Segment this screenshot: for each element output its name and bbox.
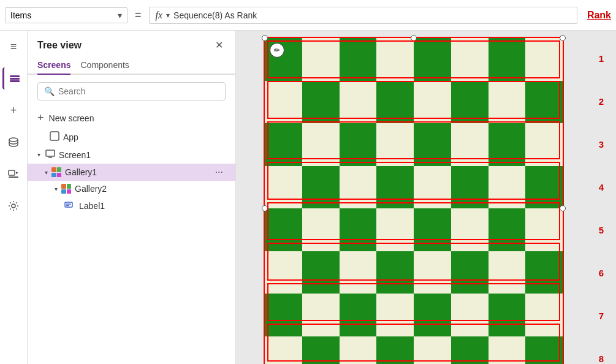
svg-point-3 [9,138,18,142]
cb-cell-1-4 [414,81,451,124]
cb-cell-0-3 [376,38,414,81]
gallery1-more-button[interactable]: ··· [213,167,226,178]
cb-cell-6-2 [340,294,377,336]
svg-rect-8 [50,132,59,140]
svg-point-7 [12,204,15,208]
cb-cell-4-7 [525,208,563,251]
canvas-content: ✏ [236,31,616,364]
cb-cell-1-3 [376,81,414,124]
tree-item-gallery2[interactable]: ▾ Gallery2 [28,181,235,197]
checkerboard-wrapper[interactable]: ✏ [264,37,564,364]
cb-cell-4-3 [376,208,414,251]
search-input[interactable] [58,86,219,96]
svg-rect-2 [10,80,20,82]
gallery1-label: Gallery1 [65,167,97,177]
cb-cell-7-2 [340,336,377,365]
rank-numbers: 1 2 3 4 5 6 7 8 [589,37,614,364]
label1-icon [64,200,74,211]
cb-cell-5-4 [414,251,451,294]
icon-bar: ≡ + [0,31,28,364]
new-screen-button[interactable]: + New screen [28,108,235,128]
cb-cell-1-5 [451,81,489,124]
equals-sign: = [132,9,144,21]
cb-cell-2-1 [302,123,340,166]
gallery1-chevron-icon: ▾ [45,169,48,176]
handle-top-right[interactable] [560,35,566,41]
cb-cell-4-5 [451,208,489,251]
cb-cell-1-7 [525,81,563,124]
rank-1: 1 [589,37,614,80]
cb-cell-4-6 [489,208,526,251]
layers-icon[interactable] [2,67,25,89]
gallery2-chevron-icon: ▾ [55,186,58,192]
cb-cell-7-6 [489,336,526,365]
tree-item-screen1[interactable]: ▾ Screen1 [28,146,235,164]
handle-top-left[interactable] [262,35,268,41]
cb-cell-5-1 [302,251,340,294]
canvas-area[interactable]: ✏ [236,31,616,364]
svg-rect-9 [46,150,55,156]
cb-cell-6-6 [489,294,526,336]
cb-cell-2-7 [525,123,563,166]
tree-item-app[interactable]: App [28,128,235,146]
cb-cell-0-5 [451,38,489,81]
cb-cell-2-5 [451,123,489,166]
svg-rect-4 [9,170,15,175]
tree-item-gallery1[interactable]: ▾ Gallery1 ··· [28,164,235,181]
cb-cell-5-5 [451,251,489,294]
cb-cell-6-4 [414,294,451,336]
tab-screens[interactable]: Screens [37,56,70,75]
cb-cell-6-0 [265,294,302,336]
cb-cell-5-0 [265,251,302,294]
cb-cell-7-0 [265,336,302,365]
rank-3: 3 [589,123,614,165]
formula-bar[interactable]: fx ▾ Sequence(8) As Rank [149,7,577,24]
screen1-label: Screen1 [59,150,91,160]
close-button[interactable]: ✕ [213,39,226,51]
cb-cell-3-2 [340,166,377,209]
rank-7: 7 [589,294,614,337]
items-label: Items [10,10,31,20]
cb-cell-0-2 [340,38,377,81]
plus-icon: + [37,112,44,124]
main-content: ≡ + [0,31,616,364]
cb-cell-3-5 [451,166,489,209]
cb-cell-1-2 [340,81,377,124]
cb-cell-2-0 [265,123,302,166]
cb-cell-6-1 [302,294,340,336]
add-icon[interactable]: + [2,99,25,121]
database-icon[interactable] [2,131,25,153]
cb-cell-1-1 [302,81,340,124]
settings-icon[interactable] [2,195,25,217]
cb-cell-6-5 [451,294,489,336]
cb-cell-5-6 [489,251,526,294]
fx-icon: fx [156,10,163,21]
gallery1-icon [51,167,61,177]
cb-cell-4-1 [302,208,340,251]
app-icon [50,131,59,143]
checkerboard-grid [265,38,563,364]
cb-cell-2-3 [376,123,414,166]
gallery2-icon [61,184,71,194]
tree-item-label1[interactable]: Label1 [28,197,235,214]
rank-2: 2 [589,80,614,123]
pencil-icon: ✏ [270,43,284,58]
cb-cell-7-1 [302,336,340,365]
cb-cell-6-7 [525,294,563,336]
hamburger-menu-icon[interactable]: ≡ [2,36,25,58]
cb-cell-2-6 [489,123,526,166]
handle-mid-left[interactable] [262,205,268,211]
handle-top-center[interactable] [411,35,417,41]
media-icon[interactable] [2,163,25,185]
tree-tabs: Screens Components [28,56,235,75]
items-dropdown[interactable]: Items ▾ [5,7,127,23]
formula-chevron-icon: ▾ [166,11,170,20]
cb-cell-3-4 [414,166,451,209]
cb-cell-7-5 [451,336,489,365]
tab-components[interactable]: Components [80,56,129,75]
cb-cell-7-3 [376,336,414,365]
cb-cell-0-7 [525,38,563,81]
handle-mid-right[interactable] [560,205,566,211]
cb-cell-7-7 [525,336,563,365]
tree-items: App ▾ Screen1 ▾ [28,128,235,364]
